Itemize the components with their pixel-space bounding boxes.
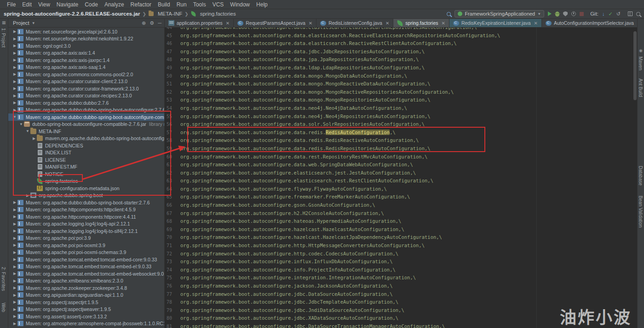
breadcrumb-item[interactable]: spring.factories bbox=[191, 11, 236, 17]
code-line[interactable]: 74org.springframework.boot.autoconfigure… bbox=[165, 266, 637, 274]
close-tab-icon[interactable]: ✕ bbox=[226, 21, 230, 26]
code-line[interactable]: 68org.springframework.boot.autoconfigure… bbox=[165, 217, 637, 226]
code-line[interactable]: 75org.springframework.boot.autoconfigure… bbox=[165, 274, 637, 282]
code-line[interactable]: 48org.springframework.boot.autoconfigure… bbox=[165, 56, 637, 64]
profiler-button[interactable] bbox=[571, 11, 576, 16]
menu-item-view[interactable]: View bbox=[35, 1, 53, 8]
menu-item-refactor[interactable]: Refactor bbox=[127, 1, 155, 8]
tree-collapsed-icon[interactable]: ▶ bbox=[25, 193, 30, 198]
menu-item-navigate[interactable]: Navigate bbox=[53, 1, 81, 8]
menu-item-window[interactable]: Window bbox=[227, 1, 253, 8]
tree-row[interactable]: ▶Maven: org.apache.curator:curator-clien… bbox=[8, 78, 164, 85]
menu-item-file[interactable]: File bbox=[4, 1, 19, 8]
tree-collapsed-icon[interactable]: ▶ bbox=[12, 44, 17, 48]
tree-collapsed-icon[interactable]: ▶ bbox=[12, 200, 17, 204]
code-line[interactable]: 65org.springframework.boot.autoconfigure… bbox=[165, 193, 637, 201]
breadcrumb-item[interactable]: spring-boot-autoconfigure-2.2.6.RELEASE-… bbox=[4, 11, 140, 17]
tree-collapsed-icon[interactable]: ▶ bbox=[12, 286, 17, 290]
code-line[interactable]: 45org.springframework.boot.autoconfigure… bbox=[165, 32, 637, 40]
tree-row[interactable]: LICENSE bbox=[8, 156, 164, 164]
code-line[interactable]: 73org.springframework.boot.autoconfigure… bbox=[165, 258, 637, 266]
tree-row[interactable]: spring.factories bbox=[8, 178, 164, 185]
tree-row[interactable]: ▶Maven: org.aspectj:aspectjrt:1.9.5 bbox=[8, 299, 164, 306]
tree-collapsed-icon[interactable]: ▶ bbox=[12, 58, 17, 62]
tree-row[interactable]: ▶Maven: org.apache.axis:axis-saaj:1.4 bbox=[8, 64, 164, 71]
find-icon[interactable] bbox=[636, 12, 640, 16]
code-line[interactable]: 72org.springframework.boot.autoconfigure… bbox=[165, 250, 637, 258]
tree-row[interactable]: ▼dubbo-spring-boot-autoconfigure-compati… bbox=[8, 121, 164, 128]
project-panel-title[interactable]: Project bbox=[13, 20, 29, 26]
tool-button-web[interactable]: Web bbox=[1, 303, 6, 312]
editor-tab[interactable]: RedisKeyExpirationListener.java✕ bbox=[449, 19, 542, 27]
close-tab-icon[interactable]: ✕ bbox=[442, 21, 445, 26]
code-line[interactable]: 44org.springframework.boot.autoconfigure… bbox=[165, 28, 637, 32]
tree-collapsed-icon[interactable]: ▶ bbox=[12, 222, 17, 226]
tool-button-project[interactable]: 1: Project bbox=[1, 28, 6, 47]
collapse-panel-icon[interactable]: ─ bbox=[158, 20, 161, 26]
tree-row[interactable]: INDEX.LIST bbox=[8, 149, 164, 157]
code-line[interactable]: 56org.springframework.boot.autoconfigure… bbox=[165, 120, 637, 129]
code-line[interactable]: 59org.springframework.boot.autoconfigure… bbox=[165, 145, 637, 153]
git-commit-icon[interactable]: ✓ bbox=[609, 11, 613, 17]
close-tab-icon[interactable]: ✕ bbox=[309, 21, 312, 26]
tree-row[interactable]: ▶Maven: org.apache.dubbo:dubbo-spring-bo… bbox=[8, 107, 164, 114]
run-configuration-select[interactable]: FrameworkSpringApplicationed ▼ bbox=[454, 10, 544, 17]
close-tab-icon[interactable]: ✕ bbox=[534, 21, 537, 26]
tree-collapsed-icon[interactable]: ▶ bbox=[12, 236, 17, 240]
search-everywhere-icon[interactable] bbox=[447, 12, 451, 16]
tree-expanded-icon[interactable]: ▼ bbox=[12, 115, 17, 119]
tree-collapsed-icon[interactable]: ▶ bbox=[12, 94, 17, 98]
menu-item-code[interactable]: Code bbox=[81, 1, 101, 8]
menu-item-analyze[interactable]: Analyze bbox=[101, 1, 127, 8]
tree-collapsed-icon[interactable]: ▶ bbox=[12, 215, 17, 219]
tree-row[interactable]: ▶Maven: org.atmosphere:atmosphere-compat… bbox=[8, 320, 164, 328]
locate-file-icon[interactable]: ⊕ bbox=[142, 20, 146, 26]
tree-row[interactable]: ▶Maven: org.apache.logging.log4j:log4j-t… bbox=[8, 227, 164, 235]
tree-collapsed-icon[interactable]: ▶ bbox=[12, 65, 17, 69]
stop-button[interactable] bbox=[580, 12, 584, 16]
tree-row[interactable]: ▶Maven: org.apache.dubbo:dubbo-spring-bo… bbox=[8, 199, 164, 206]
menu-item-edit[interactable]: Edit bbox=[19, 1, 35, 8]
tree-row[interactable]: ▶Maven: net.sourceforge.jexcelapi:jxl:2.… bbox=[8, 28, 164, 35]
code-line[interactable]: 57org.springframework.boot.autoconfigure… bbox=[165, 129, 637, 137]
tool-button-maven[interactable]: Maven bbox=[638, 57, 643, 70]
editor-scrollbar[interactable] bbox=[633, 31, 637, 100]
tree-collapsed-icon[interactable]: ▶ bbox=[12, 229, 17, 233]
code-line[interactable]: 60org.springframework.boot.autoconfigure… bbox=[165, 153, 637, 161]
tree-collapsed-icon[interactable]: ▶ bbox=[12, 271, 17, 276]
code-line[interactable]: 66org.springframework.boot.autoconfigure… bbox=[165, 201, 637, 209]
tree-collapsed-icon[interactable]: ▶ bbox=[12, 293, 17, 297]
tool-button-database[interactable]: Database bbox=[638, 166, 643, 186]
tree-collapsed-icon[interactable]: ▶ bbox=[12, 51, 17, 55]
tree-collapsed-icon[interactable]: ▶ bbox=[12, 265, 17, 269]
gear-icon[interactable]: ⚙ bbox=[150, 20, 154, 26]
tree-row[interactable]: ▶Maven: org.assertj:assertj-core:3.13.2 bbox=[8, 313, 164, 320]
tree-row[interactable]: ▶Maven: org.apache.curator:curator-frame… bbox=[8, 85, 164, 92]
tree-row[interactable]: spring-configuration-metadata.json bbox=[8, 185, 164, 192]
tree-collapsed-icon[interactable]: ▶ bbox=[31, 136, 37, 141]
tree-row[interactable]: ▶Maven: org.apache.poi:poi-ooxml:3.9 bbox=[8, 242, 164, 249]
tree-row[interactable]: ▼META-INF bbox=[8, 128, 164, 135]
tree-collapsed-icon[interactable]: ▶ bbox=[12, 300, 17, 304]
tree-row[interactable]: ▼Maven: org.apache.dubbo:dubbo-spring-bo… bbox=[8, 113, 164, 121]
code-line[interactable]: 61org.springframework.boot.autoconfigure… bbox=[165, 161, 637, 169]
tree-row[interactable]: ▶Maven: org.apache.tomcat.embed:tomcat-e… bbox=[8, 256, 164, 263]
menu-item-build[interactable]: Build bbox=[155, 1, 173, 8]
tool-button-bean-validation[interactable]: Bean Validation bbox=[638, 196, 643, 227]
menu-item-help[interactable]: Help bbox=[253, 1, 271, 8]
code-line[interactable]: 64org.springframework.boot.autoconfigure… bbox=[165, 185, 637, 193]
code-line[interactable]: 63org.springframework.boot.autoconfigure… bbox=[165, 177, 637, 185]
code-line[interactable]: 50org.springframework.boot.autoconfigure… bbox=[165, 72, 637, 80]
tree-row[interactable]: ▶org.apache.dubbo.spring.boot bbox=[8, 192, 164, 199]
tree-row[interactable]: ▶Maven: org.apache.tomcat.embed:tomcat-e… bbox=[8, 270, 164, 277]
editor-tab[interactable]: RedisListenerConfig.java✕ bbox=[316, 19, 393, 27]
tree-row[interactable]: ▶Maven: net.sourceforge.nekohtml:nekohtm… bbox=[8, 35, 164, 43]
code-line[interactable]: 71org.springframework.boot.autoconfigure… bbox=[165, 242, 637, 250]
tree-row[interactable]: NOTICE bbox=[8, 170, 164, 178]
tree-collapsed-icon[interactable]: ▶ bbox=[12, 208, 17, 212]
chevron-down-icon[interactable]: ▼ bbox=[32, 21, 35, 25]
pin-icon[interactable]: ◉ bbox=[639, 48, 643, 53]
run-button[interactable] bbox=[548, 11, 552, 16]
tree-expanded-icon[interactable]: ▼ bbox=[18, 122, 24, 126]
tree-collapsed-icon[interactable]: ▶ bbox=[12, 243, 17, 247]
